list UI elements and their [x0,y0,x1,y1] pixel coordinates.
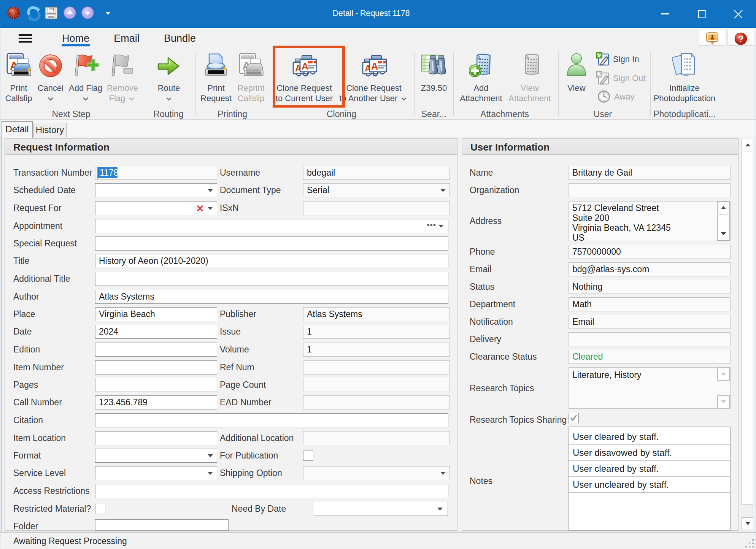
svg-text:A: A [371,61,378,71]
svg-text:?: ? [738,34,743,44]
